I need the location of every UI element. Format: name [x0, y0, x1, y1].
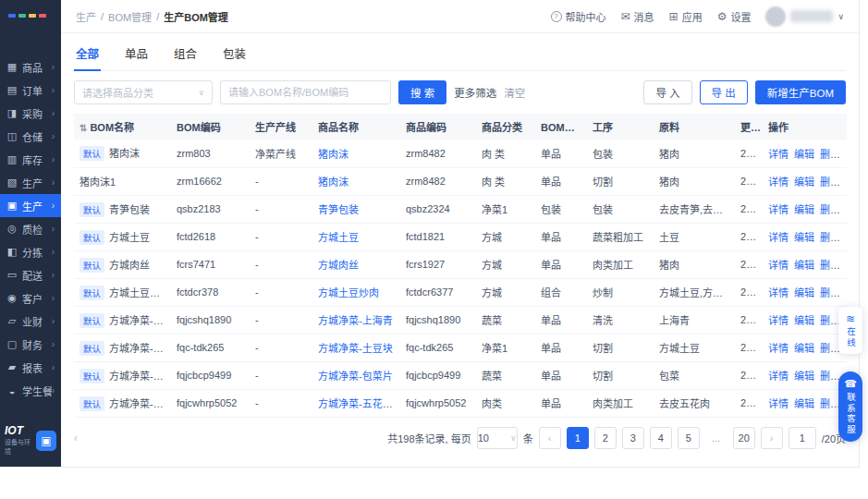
- delete-link[interactable]: 删除: [820, 315, 840, 326]
- edit-link[interactable]: 编辑: [794, 260, 814, 271]
- column-header-5[interactable]: 商品编码: [400, 114, 476, 140]
- tab-4[interactable]: 包装: [221, 43, 248, 70]
- sidebar-item-11[interactable]: ◉客户›: [0, 286, 61, 310]
- edit-link[interactable]: 编辑: [794, 287, 814, 298]
- breadcrumb-level-1[interactable]: 生产: [76, 9, 96, 24]
- delete-link[interactable]: 删除: [820, 149, 840, 160]
- export-button[interactable]: 导 出: [700, 80, 748, 104]
- messages-button[interactable]: ✉ 消息: [621, 9, 654, 24]
- bom-keyword-input[interactable]: [220, 80, 391, 104]
- next-page-button[interactable]: ›: [761, 427, 783, 449]
- sidebar-item-6[interactable]: ▧生产›: [0, 171, 61, 194]
- detail-link[interactable]: 详情: [768, 287, 789, 298]
- column-header-6[interactable]: 商品分类: [476, 114, 535, 140]
- page-size-select[interactable]: 10 ∨: [477, 427, 518, 449]
- sidebar-item-12[interactable]: ▱业财›: [0, 310, 61, 333]
- delete-link[interactable]: 删除: [820, 232, 840, 243]
- clear-filters-link[interactable]: 清空: [504, 85, 525, 100]
- detail-link[interactable]: 详情: [768, 149, 789, 160]
- sidebar-item-2[interactable]: ▤订单›: [0, 79, 61, 102]
- edit-link[interactable]: 编辑: [794, 343, 814, 354]
- import-button[interactable]: 导 入: [643, 80, 691, 104]
- product-name-link[interactable]: 方城净菜-包菜片: [318, 371, 393, 382]
- sidebar-item-5[interactable]: ▥库存›: [0, 148, 61, 171]
- edit-link[interactable]: 编辑: [794, 315, 814, 326]
- product-name-link[interactable]: 方城肉丝: [318, 260, 359, 271]
- sidebar-item-15[interactable]: ◒学生餐›: [0, 379, 61, 402]
- category-select[interactable]: 请选择商品分类 ∨: [74, 80, 213, 104]
- create-bom-button[interactable]: 新增生产BOM: [755, 80, 846, 104]
- sidebar-item-10[interactable]: ▭配送›: [0, 263, 61, 286]
- settings-button[interactable]: ⚙ 设置: [717, 9, 752, 24]
- product-name-link[interactable]: 方城净菜-五花肉片: [318, 398, 400, 409]
- edit-link[interactable]: 编辑: [794, 398, 814, 409]
- column-header-2[interactable]: BOM编码: [171, 114, 250, 140]
- product-name-link[interactable]: 方城净菜-土豆块: [318, 343, 393, 354]
- sidebar-item-7[interactable]: ▣生产›: [0, 194, 61, 217]
- edit-link[interactable]: 编辑: [794, 204, 814, 215]
- delete-link[interactable]: 删除: [820, 260, 840, 271]
- sidebar-item-14[interactable]: ▰报表›: [0, 356, 61, 379]
- detail-link[interactable]: 详情: [768, 260, 789, 271]
- online-widget[interactable]: ≋ 在线: [838, 307, 862, 354]
- app-logo[interactable]: [0, 0, 61, 31]
- page-button-1[interactable]: 1: [567, 427, 589, 449]
- edit-link[interactable]: 编辑: [794, 232, 814, 243]
- tab-2[interactable]: 单品: [123, 43, 150, 70]
- column-header-9[interactable]: 原料: [654, 114, 735, 140]
- detail-link[interactable]: 详情: [768, 176, 789, 188]
- breadcrumb-level-2[interactable]: BOM管理: [108, 9, 152, 24]
- search-button[interactable]: 搜 索: [398, 80, 446, 104]
- table-scroll-left-arrow[interactable]: ‹: [74, 432, 78, 444]
- product-name-link[interactable]: 方城土豆炒肉: [318, 287, 379, 298]
- sidebar-item-9[interactable]: ◧分拣›: [0, 240, 61, 263]
- detail-link[interactable]: 详情: [768, 371, 789, 382]
- product-name-link[interactable]: 猪肉沫: [318, 176, 348, 188]
- page-button-2[interactable]: 2: [594, 427, 617, 449]
- sort-icon[interactable]: ⇅: [79, 123, 87, 133]
- delete-link[interactable]: 删除: [820, 343, 840, 354]
- more-filters-link[interactable]: 更多筛选: [454, 85, 496, 100]
- column-header-8[interactable]: 工序: [587, 114, 654, 140]
- column-header-3[interactable]: 生产产线: [250, 114, 312, 140]
- detail-link[interactable]: 详情: [768, 204, 789, 215]
- product-name-link[interactable]: 方城土豆: [318, 232, 359, 243]
- detail-link[interactable]: 详情: [768, 315, 789, 326]
- apps-button[interactable]: ⊞ 应用: [669, 9, 703, 24]
- column-header-10[interactable]: 更新时间: [735, 114, 763, 140]
- sidebar-item-3[interactable]: ◨采购›: [0, 102, 61, 125]
- user-menu[interactable]: ∨: [765, 6, 844, 27]
- column-header-4[interactable]: 商品名称: [312, 114, 400, 140]
- column-header-1[interactable]: ⇅BOM名称: [74, 114, 171, 140]
- edit-link[interactable]: 编辑: [794, 149, 814, 160]
- delete-link[interactable]: 删除: [820, 204, 840, 215]
- page-button-4[interactable]: 4: [650, 427, 672, 449]
- detail-link[interactable]: 详情: [768, 398, 789, 409]
- sidebar-item-8[interactable]: ◎质检›: [0, 217, 61, 240]
- delete-link[interactable]: 删除: [820, 371, 840, 382]
- sidebar-item-1[interactable]: ▦商品›: [0, 55, 61, 79]
- tab-3[interactable]: 组合: [172, 43, 199, 70]
- page-button-20[interactable]: 20: [733, 427, 755, 449]
- delete-link[interactable]: 删除: [820, 287, 840, 298]
- product-name-link[interactable]: 猪肉沫: [318, 149, 348, 160]
- product-name-link[interactable]: 方城净菜-上海青: [318, 315, 393, 326]
- delete-link[interactable]: 删除: [820, 398, 840, 409]
- jump-page-input[interactable]: [789, 427, 816, 449]
- page-button-3[interactable]: 3: [622, 427, 644, 449]
- detail-link[interactable]: 详情: [768, 343, 789, 354]
- detail-link[interactable]: 详情: [768, 232, 789, 243]
- edit-link[interactable]: 编辑: [794, 371, 814, 382]
- delete-link[interactable]: 删除: [820, 176, 840, 188]
- page-button-5[interactable]: 5: [678, 427, 700, 449]
- prev-page-button[interactable]: ‹: [539, 427, 561, 449]
- help-center-button[interactable]: ? 帮助中心: [551, 9, 606, 24]
- sidebar-item-13[interactable]: ▢财务›: [0, 333, 61, 356]
- edit-link[interactable]: 编辑: [794, 176, 814, 188]
- column-header-7[interactable]: BOM类型: [535, 114, 587, 140]
- product-name-link[interactable]: 青笋包装: [318, 204, 359, 215]
- column-header-11[interactable]: 操作: [763, 114, 847, 140]
- contact-service-widget[interactable]: ☎ 联系客服: [838, 371, 862, 442]
- sidebar-item-4[interactable]: ◫仓储›: [0, 125, 61, 148]
- tab-1[interactable]: 全部: [74, 43, 101, 70]
